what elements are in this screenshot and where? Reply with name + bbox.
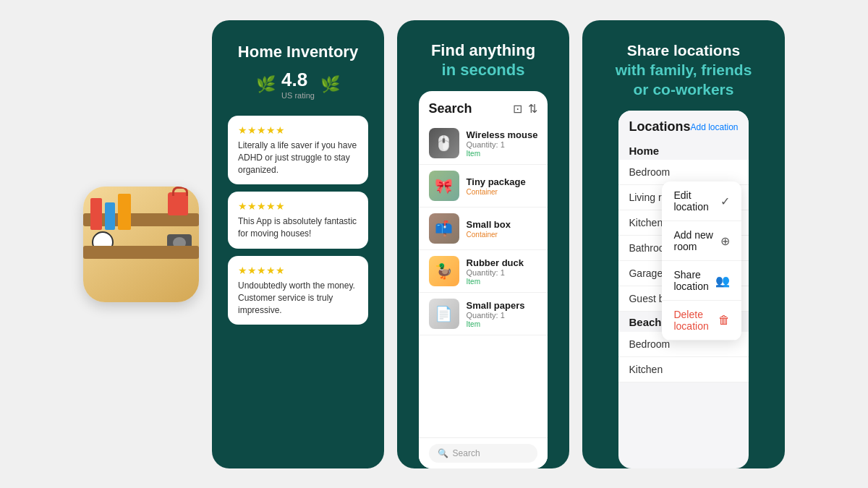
- item-name: Small papers: [467, 300, 538, 311]
- plus-circle-icon: ⊕: [720, 234, 730, 248]
- review-card-1: ★★★★★ Literally a life saver if you have…: [228, 116, 368, 184]
- item-info-duck: Rubber duck Quantity: 1 Item: [467, 257, 538, 286]
- list-item[interactable]: 🦆 Rubber duck Quantity: 1 Item: [419, 250, 548, 293]
- item-name: Small box: [467, 219, 538, 230]
- review-1-text: Literally a life saver if you have ADHD …: [238, 140, 358, 176]
- add-new-room-option[interactable]: Add new room ⊕: [662, 221, 741, 261]
- item-info-papers: Small papers Quantity: 1 Item: [467, 300, 538, 328]
- list-item[interactable]: 📄 Small papers Quantity: 1 Item: [419, 293, 548, 335]
- panel2-title: Find anything: [431, 40, 535, 61]
- item-qty: Quantity: 1: [467, 140, 538, 149]
- item-name: Tiny package: [467, 176, 538, 187]
- locations-header: Locations Add location: [618, 111, 748, 140]
- item-thumbnail-package: 🎀: [429, 171, 459, 201]
- review-3-stars: ★★★★★: [238, 265, 358, 276]
- item-tag: Item: [467, 278, 538, 286]
- laurel-left: 🌿: [256, 75, 276, 94]
- review-2-stars: ★★★★★: [238, 200, 358, 212]
- delete-location-option[interactable]: Delete location 🗑: [662, 301, 741, 341]
- item-tag: Item: [467, 150, 538, 158]
- item-thumbnail-box: 📫: [429, 213, 459, 244]
- locations-screen: Locations Add location Home Edit locatio…: [618, 111, 748, 468]
- panel-find-anything: Find anything in seconds Search ⊡ ⇅ 🖱️ W…: [397, 20, 569, 468]
- review-card-2: ★★★★★ This App is absolutely fantastic f…: [228, 192, 368, 249]
- item-tag: Item: [467, 320, 538, 328]
- scan-icon[interactable]: ⊡: [513, 102, 522, 116]
- context-menu: Edit location ✓ Add new room ⊕ Share loc…: [662, 181, 741, 341]
- panel-share-locations: Share locations with family, friends or …: [582, 20, 785, 468]
- item-thumbnail-duck: 🦆: [429, 256, 459, 286]
- panel3-subtitle-line3: or co-workers: [634, 81, 734, 98]
- review-2-text: This App is absolutely fantastic for mov…: [238, 215, 358, 240]
- list-item[interactable]: 📫 Small box Container: [419, 207, 548, 250]
- search-screen-title: Search: [429, 101, 472, 116]
- sort-icon[interactable]: ⇅: [528, 102, 537, 116]
- item-info-mouse: Wireless mouse Quantity: 1 Item: [467, 129, 538, 158]
- search-icon-group: ⊡ ⇅: [513, 102, 537, 116]
- laurel-right: 🌿: [320, 75, 340, 94]
- panel3-subtitle-line2: with family, friends: [616, 61, 752, 78]
- search-icon: 🔍: [438, 448, 448, 458]
- locations-title: Locations: [629, 119, 690, 134]
- share-users-icon: 👥: [715, 274, 730, 288]
- trash-icon: 🗑: [718, 314, 730, 327]
- panel1-title: Home Inventory: [238, 42, 358, 62]
- item-thumbnail-papers: 📄: [429, 299, 459, 329]
- review-1-stars: ★★★★★: [238, 124, 358, 136]
- rating-row: 🌿 4.8 US rating 🌿: [256, 69, 340, 100]
- item-info-box: Small box Container: [467, 219, 538, 239]
- item-name: Wireless mouse: [467, 129, 538, 140]
- edit-location-label: Edit location: [673, 189, 720, 213]
- item-qty: Quantity: 1: [467, 268, 538, 277]
- panel2-subtitle: in seconds: [431, 61, 535, 80]
- panel2-header: Find anything in seconds: [417, 20, 550, 92]
- location-item-beach-kitchen[interactable]: Kitchen: [618, 357, 748, 382]
- review-3-text: Undoubtedly worth the money. Customer se…: [238, 280, 358, 316]
- rating-label: US rating: [281, 91, 315, 100]
- phone-screen-search: Search ⊡ ⇅ 🖱️ Wireless mouse Quantity: 1…: [419, 91, 548, 468]
- item-tag: Container: [467, 188, 538, 196]
- checkmark-icon: ✓: [720, 194, 730, 208]
- list-item[interactable]: 🖱️ Wireless mouse Quantity: 1 Item: [419, 122, 548, 165]
- app-icon: [83, 187, 199, 302]
- item-qty: Quantity: 1: [467, 311, 538, 320]
- section-header-home: Home: [618, 140, 748, 160]
- panel3-header: Share locations with family, friends or …: [601, 20, 767, 111]
- search-bar[interactable]: 🔍 Search: [419, 437, 548, 468]
- item-thumbnail-mouse: 🖱️: [429, 128, 459, 158]
- add-new-room-label: Add new room: [673, 229, 720, 252]
- review-card-3: ★★★★★ Undoubtedly worth the money. Custo…: [228, 256, 368, 325]
- panel3-title: Share locations with family, friends or …: [616, 40, 752, 100]
- delete-location-label: Delete location: [673, 309, 718, 332]
- item-name: Rubber duck: [467, 257, 538, 268]
- rating-number: 4.8: [281, 69, 315, 91]
- item-tag: Container: [467, 231, 538, 239]
- item-info-package: Tiny package Container: [467, 176, 538, 196]
- list-item[interactable]: 🎀 Tiny package Container: [419, 165, 548, 207]
- search-placeholder: Search: [453, 448, 480, 458]
- add-location-button[interactable]: Add location: [690, 122, 738, 132]
- panel3-title-line1: Share locations: [627, 42, 740, 59]
- share-location-label: Share location: [673, 269, 715, 292]
- search-input[interactable]: 🔍 Search: [429, 444, 538, 463]
- search-header: Search ⊡ ⇅: [419, 91, 548, 122]
- share-location-option[interactable]: Share location 👥: [662, 261, 741, 301]
- edit-location-option[interactable]: Edit location ✓: [662, 181, 741, 221]
- panel-home-inventory: Home Inventory 🌿 4.8 US rating 🌿 ★★★★★ L…: [212, 20, 384, 468]
